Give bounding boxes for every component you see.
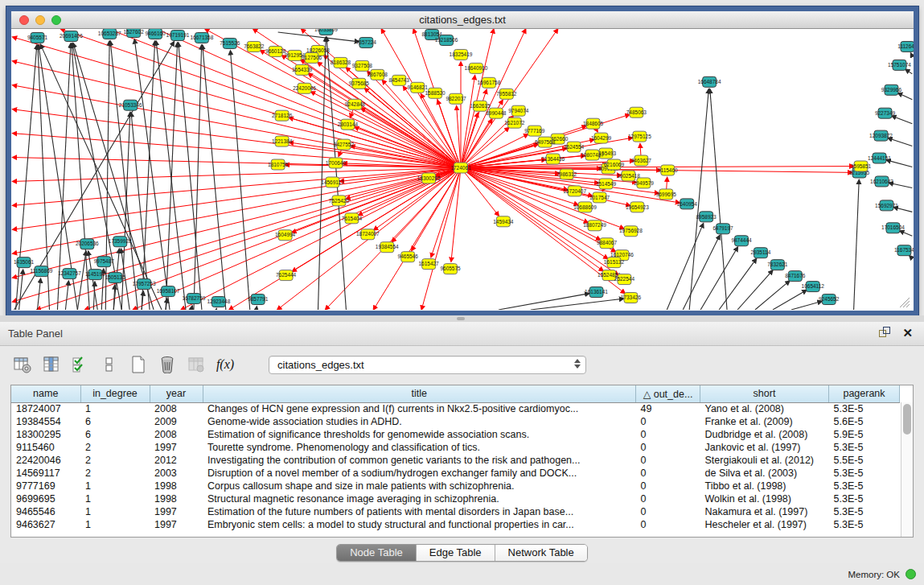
table-row[interactable]: 2242004622012Investigating the contribut…	[11, 454, 900, 467]
tab-network-table[interactable]: Network Table	[495, 545, 587, 561]
table-row[interactable]: 946362711997Embryonic stem cells: a mode…	[11, 518, 900, 531]
citation-edge-black[interactable]	[231, 51, 250, 310]
table-row[interactable]: 1456911722003Disruption of a novel membe…	[11, 467, 900, 480]
table-row[interactable]: 1872400712008Changes of HCN gene express…	[11, 402, 900, 415]
citation-edge-black[interactable]	[278, 32, 359, 42]
show-columns-button[interactable]	[42, 355, 61, 374]
citation-edge-black[interactable]	[888, 138, 912, 146]
citation-edge-red[interactable]	[133, 168, 461, 310]
citation-edge-black[interactable]	[886, 160, 912, 167]
select-all-button[interactable]	[71, 355, 90, 374]
column-header-short[interactable]: short	[700, 385, 829, 402]
table-cell[interactable]: Nakamura et al. (1997)	[700, 505, 829, 518]
citation-edge-black[interactable]	[737, 270, 773, 310]
table-mode-button[interactable]	[13, 355, 32, 374]
table-cell[interactable]: Changes of HCN gene expression and I(f) …	[203, 402, 636, 415]
table-cell[interactable]: 18724007	[11, 402, 80, 415]
table-cell[interactable]: 19384554	[11, 415, 80, 428]
citation-edge-red[interactable]	[461, 168, 852, 173]
table-row[interactable]: 1938455462009Genome-wide association stu…	[11, 415, 900, 428]
citation-edge-black[interactable]	[854, 179, 860, 310]
table-row[interactable]: 977716911998Corpus callosum shape and si…	[11, 480, 900, 492]
network-view-canvas[interactable]: 9405571206914061065328715276029466160107…	[11, 29, 914, 310]
splitter-handle-icon[interactable]	[457, 317, 465, 320]
citation-edge-black[interactable]	[191, 306, 192, 310]
citation-edge-red[interactable]	[457, 106, 461, 168]
citation-edge-black[interactable]	[667, 224, 703, 310]
citation-edge-black[interactable]	[105, 41, 109, 310]
table-cell[interactable]: 6	[80, 428, 150, 441]
table-cell[interactable]: 1997	[150, 518, 203, 531]
column-header-year[interactable]: year	[150, 385, 203, 402]
table-cell[interactable]: 1998	[150, 480, 203, 492]
citation-network-graph[interactable]: 9405571206914061065328715276029466160107…	[11, 29, 914, 310]
table-cell[interactable]: 5.6E-5	[829, 415, 900, 428]
float-panel-icon[interactable]	[879, 327, 891, 339]
column-header-name[interactable]: name	[11, 385, 80, 402]
tab-node-table[interactable]: Node Table	[337, 545, 417, 561]
table-cell[interactable]: 9777169	[11, 480, 80, 492]
citation-edge-black[interactable]	[700, 247, 737, 310]
table-cell[interactable]: Dudbridge et al. (2008)	[700, 428, 829, 441]
citation-edge-black[interactable]	[499, 294, 589, 310]
citation-edge-black[interactable]	[73, 43, 154, 310]
table-cell[interactable]: 5.9E-5	[829, 428, 900, 441]
table-cell[interactable]: 0	[636, 415, 700, 428]
citation-edge-black[interactable]	[318, 37, 326, 310]
table-cell[interactable]: 9699695	[11, 492, 80, 505]
table-cell[interactable]: Stergiakouli et al. (2012)	[700, 454, 829, 467]
table-cell[interactable]: 0	[636, 441, 700, 454]
citation-edge-red[interactable]	[461, 76, 475, 168]
table-cell[interactable]: 1997	[150, 505, 203, 518]
table-cell[interactable]: 5.3E-5	[829, 505, 900, 518]
table-cell[interactable]: 1	[80, 518, 150, 531]
citation-edge-black[interactable]	[531, 299, 624, 310]
citation-edge-black[interactable]	[257, 307, 257, 310]
table-cell[interactable]: 9465546	[11, 505, 80, 518]
table-cell[interactable]: 2003	[150, 467, 203, 480]
citation-edge-red[interactable]	[13, 168, 461, 278]
table-selector-dropdown[interactable]: citations_edges.txt	[269, 356, 586, 374]
citation-edge-red[interactable]	[461, 29, 526, 168]
citation-edge-black[interactable]	[156, 41, 186, 310]
table-cell[interactable]: 5.3E-5	[829, 480, 900, 492]
table-cell[interactable]: de Silva et al. (2003)	[700, 467, 829, 480]
table-cell[interactable]: Wolkin et al. (1998)	[700, 492, 829, 505]
citation-edge-black[interactable]	[134, 39, 170, 310]
network-window-titlebar[interactable]: citations_edges.txt	[11, 11, 914, 29]
table-cell[interactable]: Embryonic stem cells: a model to study s…	[203, 518, 636, 531]
table-cell[interactable]: Corpus callosum shape and size in male p…	[203, 480, 636, 492]
table-cell[interactable]: Tourette syndrome. Phenomenology and cla…	[203, 441, 636, 454]
table-row[interactable]: 969969511998Structural magnetic resonanc…	[11, 492, 900, 505]
table-cell[interactable]: Estimation of significance thresholds fo…	[203, 428, 636, 441]
citation-edge-red[interactable]	[355, 127, 461, 168]
table-row[interactable]: 1830029562008Estimation of significance …	[11, 428, 900, 441]
citation-edge-black[interactable]	[910, 53, 912, 56]
table-cell[interactable]: Estimation of the future numbers of pati…	[203, 505, 636, 518]
citation-edge-red[interactable]	[285, 165, 461, 168]
table-cell[interactable]: Franke et al. (2009)	[700, 415, 829, 428]
citation-edge-black[interactable]	[898, 93, 913, 100]
citation-edge-black[interactable]	[683, 235, 720, 310]
table-cell[interactable]: 0	[636, 454, 700, 467]
scrollbar-thumb[interactable]	[903, 404, 911, 435]
table-cell[interactable]: 0	[636, 518, 700, 531]
table-cell[interactable]: 1	[80, 480, 150, 492]
table-cell[interactable]: 1	[80, 402, 150, 415]
table-cell[interactable]: 5.3E-5	[829, 492, 900, 505]
table-cell[interactable]: Tibbo et al. (1998)	[700, 480, 829, 492]
table-row[interactable]: 946554611997Estimation of the future num…	[11, 505, 900, 518]
table-cell[interactable]: 6	[80, 415, 150, 428]
column-header-title[interactable]: title	[203, 385, 636, 402]
table-cell[interactable]: 2	[80, 454, 150, 467]
table-cell[interactable]: 0	[636, 428, 700, 441]
panel-splitter[interactable]	[0, 315, 924, 322]
table-cell[interactable]: Jankovic et al. (1997)	[700, 441, 829, 454]
table-cell[interactable]: 2012	[150, 454, 203, 467]
table-cell[interactable]: Yano et al. (2008)	[700, 402, 829, 415]
table-cell[interactable]: 49	[636, 402, 700, 415]
citation-edge-black[interactable]	[755, 281, 790, 310]
function-builder-button[interactable]: f(x)	[216, 355, 235, 374]
table-cell[interactable]: 0	[636, 505, 700, 518]
table-cell[interactable]: 1998	[150, 492, 203, 505]
